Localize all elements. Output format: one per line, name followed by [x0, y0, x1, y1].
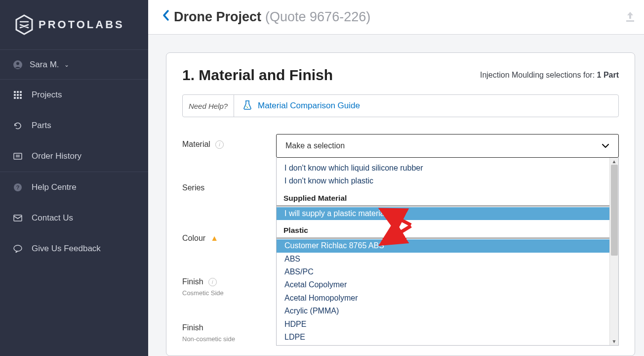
selections-summary: Injection Moulding selections for: 1 Par…	[480, 71, 619, 80]
svg-rect-2	[14, 91, 16, 93]
dropdown-item[interactable]: ABS/PC	[277, 266, 609, 278]
topbar: Drone Project (Quote 9676-226)	[148, 0, 644, 35]
svg-point-1	[16, 62, 19, 65]
svg-rect-4	[20, 91, 22, 93]
svg-rect-5	[14, 94, 16, 96]
nav-label: Parts	[32, 121, 51, 131]
mail-icon	[13, 215, 23, 222]
svg-rect-11	[14, 153, 22, 159]
panel-title: 1. Material and Finish	[182, 67, 333, 84]
scroll-up-icon[interactable]: ▲	[612, 158, 617, 165]
svg-point-15	[14, 245, 22, 251]
svg-rect-16	[626, 20, 634, 22]
logo[interactable]: PROTOLABS	[0, 0, 148, 49]
info-icon[interactable]: i	[215, 140, 224, 149]
nav-label: Contact Us	[32, 213, 73, 223]
dropdown-item[interactable]: LDPE	[277, 331, 609, 344]
finish2-label: Finish	[182, 323, 276, 332]
upload-button[interactable]	[625, 11, 635, 24]
dropdown-item[interactable]: Acetal Copolymer	[277, 278, 609, 291]
chevron-down-icon	[602, 142, 609, 150]
dropdown-group-supplied: Supplied Material	[277, 194, 609, 206]
svg-text:?: ?	[16, 184, 20, 190]
help-icon: ?	[13, 183, 23, 192]
quote-number: (Quote 9676-226)	[265, 9, 370, 25]
main-content: Drone Project (Quote 9676-226) 1. Materi…	[148, 0, 644, 356]
user-menu[interactable]: Sara M. ⌄	[0, 49, 148, 80]
user-name: Sara M.	[30, 60, 59, 70]
dropdown-item[interactable]: HDPE	[277, 318, 609, 331]
help-bar: Need Help? Material Comparison Guide	[182, 94, 619, 117]
dropdown-item-customer-richlac[interactable]: Customer Richlac 8765 ABS	[277, 239, 609, 252]
brand-text: PROTOLABS	[39, 18, 124, 31]
svg-rect-10	[20, 97, 22, 99]
history-icon	[13, 152, 23, 160]
dropdown-item[interactable]: Acrylic (PMMA)	[277, 305, 609, 317]
scroll-down-icon[interactable]: ▼	[612, 338, 617, 345]
nav-projects[interactable]: Projects	[0, 80, 148, 110]
nav-label: Projects	[32, 90, 62, 100]
flask-icon	[243, 100, 252, 112]
svg-rect-3	[17, 91, 19, 93]
grid-icon	[13, 91, 23, 99]
nav-label: Help Centre	[32, 182, 77, 192]
dropdown-item[interactable]: Acetal Homopolymer	[277, 292, 609, 305]
nav-feedback[interactable]: Give Us Feedback	[0, 233, 148, 264]
user-icon	[13, 60, 23, 70]
material-finish-panel: 1. Material and Finish Injection Mouldin…	[166, 52, 635, 356]
nav-label: Order History	[32, 151, 81, 161]
undo-icon	[13, 122, 23, 130]
dropdown-item-supply-plastic[interactable]: I will supply a plastic material	[277, 207, 609, 220]
series-label: Series	[182, 183, 276, 192]
svg-rect-8	[14, 97, 16, 99]
need-help-label: Need Help?	[183, 95, 234, 117]
material-dropdown: I don't know which liquid silicone rubbe…	[276, 158, 619, 346]
finish-label: Finish i	[182, 277, 276, 286]
project-title: Drone Project	[174, 9, 261, 25]
material-label: Material i	[182, 140, 276, 149]
material-select[interactable]: Make a selection	[276, 134, 619, 158]
nav-help-centre[interactable]: ? Help Centre	[0, 172, 148, 203]
dropdown-item[interactable]: I don't know which liquid silicone rubbe…	[277, 162, 609, 175]
cosmetic-side-label: Cosmetic Side	[182, 289, 276, 297]
info-icon[interactable]: i	[208, 278, 217, 286]
chevron-down-icon: ⌄	[64, 61, 69, 68]
svg-point-18	[246, 106, 247, 107]
speech-icon	[13, 245, 23, 253]
back-button[interactable]	[162, 9, 170, 25]
dropdown-item[interactable]: I don't know which plastic	[277, 175, 609, 187]
svg-rect-7	[20, 94, 22, 96]
warning-icon: ▲	[210, 234, 218, 243]
colour-label: Colour ▲	[182, 234, 276, 243]
dropdown-item[interactable]: ABS	[277, 253, 609, 266]
sidebar: PROTOLABS Sara M. ⌄ Projects Parts Order…	[0, 0, 148, 356]
svg-point-17	[247, 107, 248, 108]
nav-contact-us[interactable]: Contact Us	[0, 203, 148, 233]
nav-parts[interactable]: Parts	[0, 110, 148, 141]
svg-rect-14	[14, 215, 22, 221]
protolabs-logo-icon	[15, 14, 34, 35]
scrollbar[interactable]: ▲ ▼	[609, 158, 618, 345]
dropdown-item[interactable]: Nylon 6	[277, 344, 609, 345]
nav-order-history[interactable]: Order History	[0, 141, 148, 172]
nav-label: Give Us Feedback	[32, 244, 101, 254]
non-cosmetic-side-label: Non-cosmetic side	[182, 335, 276, 343]
svg-rect-6	[17, 94, 19, 96]
material-comparison-guide-link[interactable]: Material Comparison Guide	[234, 95, 618, 117]
scroll-thumb[interactable]	[611, 165, 618, 256]
svg-rect-9	[17, 97, 19, 99]
select-placeholder: Make a selection	[285, 141, 345, 150]
dropdown-group-plastic: Plastic	[277, 226, 609, 238]
